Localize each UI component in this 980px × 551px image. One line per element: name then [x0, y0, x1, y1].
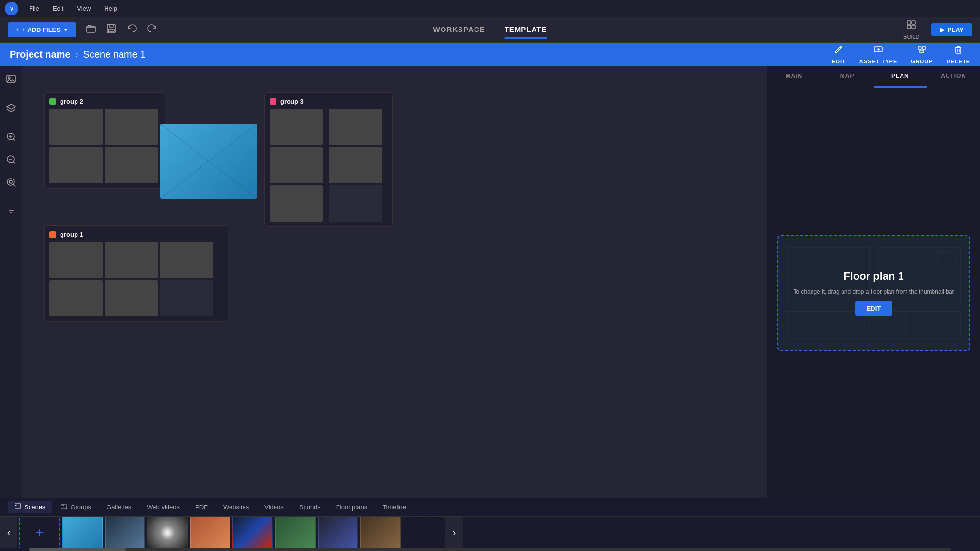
bc-group-button[interactable]: GROUP	[911, 45, 933, 64]
scroll-thumb[interactable]	[29, 548, 126, 551]
zoom-fit-icon[interactable]	[3, 174, 19, 193]
canvas-area[interactable]: group 2 group 3	[22, 66, 767, 498]
main-content: group 2 group 3	[0, 66, 980, 498]
bc-delete-label: DELETE	[947, 59, 970, 64]
bottom-tab-galleries[interactable]: Galleries	[100, 502, 138, 513]
group3-thumb-2[interactable]	[329, 109, 382, 145]
blue-image-placeholder[interactable]	[160, 124, 257, 199]
bottom-tab-web-videos[interactable]: Web videos	[140, 502, 186, 513]
undo-icon[interactable]	[124, 21, 139, 38]
tab-template[interactable]: TEMPLATE	[505, 21, 547, 39]
zoom-out-icon[interactable]	[3, 151, 19, 170]
bc-delete-button[interactable]: DELETE	[947, 45, 970, 64]
floor-plan-title: Floor plan 1	[843, 270, 904, 283]
zoom-in-icon[interactable]	[3, 129, 19, 148]
zoom-controls	[3, 129, 19, 193]
group1-thumb-3[interactable]	[160, 242, 213, 278]
tab-map[interactable]: MAP	[821, 66, 874, 88]
svg-line-22	[13, 139, 15, 141]
strip-add-new[interactable]: +	[19, 517, 60, 548]
bottom-tab-timeline[interactable]: Timeline	[376, 502, 413, 513]
bc-asset-type-button[interactable]: ASSET TYPE	[859, 45, 897, 64]
strip-thumb-6[interactable]	[275, 517, 316, 548]
save-icon[interactable]	[104, 21, 119, 38]
bottom-tab-scenes[interactable]: Scenes	[8, 501, 52, 513]
toolbar-icons	[84, 21, 159, 38]
right-panel-tabs: MAIN MAP PLAN ACTION	[767, 66, 980, 88]
group3-thumb-5[interactable]	[270, 185, 323, 222]
bottom-tab-videos[interactable]: Videos	[258, 502, 291, 513]
timeline-label: Timeline	[383, 504, 406, 511]
group1-thumb-4[interactable]	[49, 280, 103, 316]
strip-thumb-7[interactable]	[318, 517, 358, 548]
tab-workspace[interactable]: WORKSPACE	[433, 21, 485, 39]
tab-plan[interactable]: PLAN	[874, 66, 927, 88]
breadcrumb-separator: ›	[76, 49, 78, 60]
svg-text:V: V	[10, 6, 14, 12]
group2-color	[49, 98, 56, 105]
strip-thumb-8[interactable]	[360, 517, 401, 548]
scene-icon[interactable]	[3, 72, 19, 90]
group2-thumb-1[interactable]	[49, 109, 103, 145]
layers-icon[interactable]	[3, 100, 19, 119]
menu-help[interactable]: Help	[101, 3, 120, 14]
group2-grid	[49, 109, 160, 183]
strip-prev-button[interactable]: ‹	[0, 517, 17, 548]
add-files-button[interactable]: + + ADD FILES ▼	[8, 22, 76, 37]
tab-action[interactable]: ACTION	[927, 66, 980, 88]
bottom-tab-sounds[interactable]: Sounds	[292, 502, 327, 513]
group1-thumb-2[interactable]	[105, 242, 158, 278]
menu-file[interactable]: File	[26, 3, 42, 14]
bottom-scrollbar[interactable]	[0, 548, 980, 551]
strip-thumb-9[interactable]	[403, 517, 444, 548]
group3-title: group 3	[280, 98, 304, 105]
svg-line-28	[13, 184, 15, 187]
group-container-2[interactable]: group 2	[44, 92, 165, 189]
redo-icon[interactable]	[145, 21, 159, 38]
strip-thumb-4[interactable]	[190, 517, 230, 548]
group1-thumb-5[interactable]	[105, 280, 158, 316]
strip-thumb-2[interactable]	[105, 517, 145, 548]
group2-thumb-4[interactable]	[105, 147, 158, 183]
menu-edit[interactable]: Edit	[50, 3, 66, 14]
group1-thumb-1[interactable]	[49, 242, 103, 278]
group2-thumb-2[interactable]	[105, 109, 158, 145]
filter-icon[interactable]	[3, 203, 19, 222]
group3-color	[270, 98, 276, 105]
add-files-icon: +	[15, 26, 19, 33]
svg-rect-7	[912, 21, 915, 24]
sounds-label: Sounds	[299, 504, 321, 511]
edit-icon	[834, 45, 843, 57]
open-folder-icon[interactable]	[84, 21, 98, 38]
menu-view[interactable]: View	[74, 3, 93, 14]
project-name[interactable]: Project name	[10, 49, 71, 60]
scene-name[interactable]: Scene name 1	[83, 49, 146, 60]
strip-thumb-3[interactable]	[147, 517, 188, 548]
strip-thumb-5[interactable]	[232, 517, 273, 548]
add-files-label: + ADD FILES	[22, 26, 61, 33]
group-container-3[interactable]: group 3	[264, 92, 393, 227]
tab-main[interactable]: MAIN	[767, 66, 821, 88]
toolbar: + + ADD FILES ▼ WORKSPACE TEMPLATE BUILD…	[0, 17, 980, 43]
group-container-1[interactable]: group 1	[44, 225, 228, 322]
bc-edit-button[interactable]: EDIT	[832, 45, 846, 64]
websites-label: Websites	[223, 504, 249, 511]
strip-thumb-1[interactable]	[62, 517, 103, 548]
bottom-tab-pdf[interactable]: PDF	[188, 502, 214, 513]
build-button[interactable]: BUILD	[903, 20, 919, 40]
add-files-chevron: ▼	[63, 27, 68, 32]
group2-label: group 2	[49, 98, 160, 105]
group2-title: group 2	[60, 98, 83, 105]
group3-thumb-3[interactable]	[270, 147, 323, 183]
bottom-tab-floor-plans[interactable]: Floor plans	[329, 502, 374, 513]
bottom-tab-websites[interactable]: Websites	[216, 502, 256, 513]
bottom-tab-groups[interactable]: Groups	[54, 501, 98, 513]
floor-plan-edit-button[interactable]: EDIT	[855, 301, 893, 316]
bc-asset-type-label: ASSET TYPE	[859, 59, 897, 64]
web-videos-label: Web videos	[147, 504, 180, 511]
strip-next-button[interactable]: ›	[445, 517, 463, 548]
group3-thumb-4[interactable]	[329, 147, 382, 183]
group3-thumb-1[interactable]	[270, 109, 323, 145]
play-button[interactable]: ▶ PLAY	[931, 23, 972, 36]
group2-thumb-3[interactable]	[49, 147, 103, 183]
